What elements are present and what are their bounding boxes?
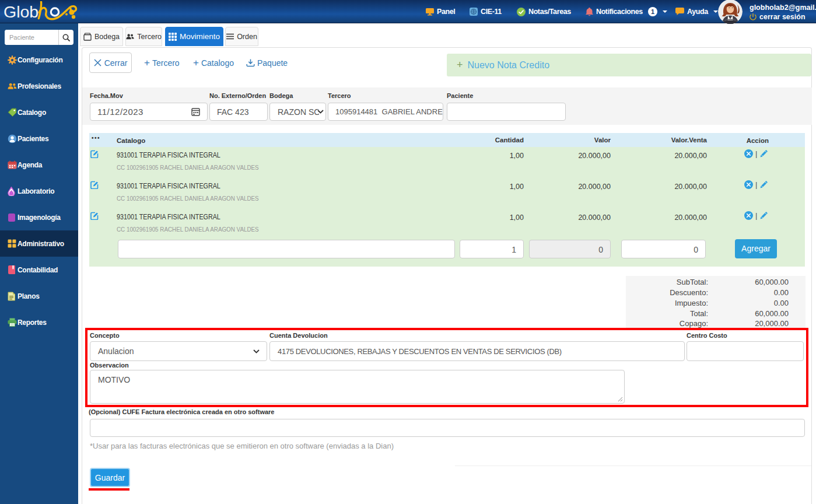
svg-text:Glob: Glob bbox=[3, 2, 38, 21]
